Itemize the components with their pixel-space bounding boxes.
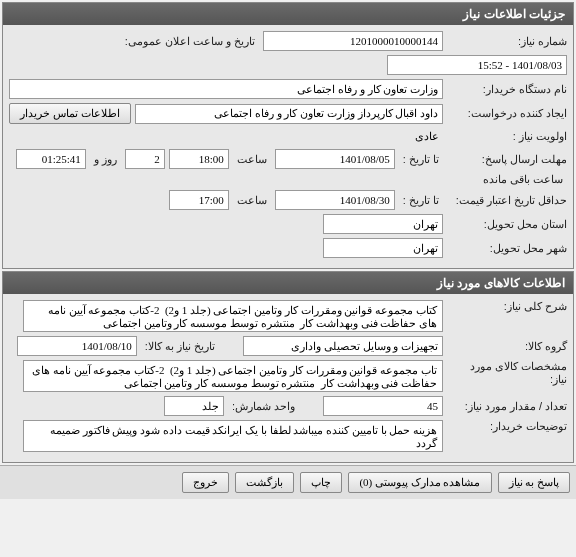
- row-reply-deadline: مهلت ارسال پاسخ: تا تاریخ : ساعت روز و س…: [9, 149, 567, 186]
- footer-buttons: پاسخ به نیاز مشاهده مدارک پیوستی (0) چاپ…: [0, 465, 576, 499]
- spec-textarea[interactable]: [23, 360, 443, 392]
- price-time-input[interactable]: [169, 190, 229, 210]
- buyer-notes-textarea[interactable]: [23, 420, 443, 452]
- row-desc: شرح کلی نیاز:: [9, 300, 567, 332]
- price-validity-label: حداقل تاریخ اعتبار قیمت:: [447, 194, 567, 207]
- reply-button[interactable]: پاسخ به نیاز: [498, 472, 571, 493]
- print-button[interactable]: چاپ: [300, 472, 342, 493]
- contact-buyer-button[interactable]: اطلاعات تماس خریدار: [9, 103, 131, 124]
- hours-label: ساعت باقی مانده: [479, 173, 567, 186]
- price-date-input[interactable]: [275, 190, 395, 210]
- need-info-panel: جزئیات اطلاعات نیاز شماره نیاز: تاریخ و …: [2, 2, 574, 269]
- need-date-input[interactable]: [17, 336, 137, 356]
- exit-button[interactable]: خروج: [182, 472, 229, 493]
- requester-input[interactable]: [135, 104, 444, 124]
- city-input[interactable]: [323, 238, 443, 258]
- unit-input[interactable]: [164, 396, 224, 416]
- row-buyer-org: نام دستگاه خریدار:: [9, 79, 567, 99]
- goods-info-header: اطلاعات کالاهای مورد نیاز: [3, 272, 573, 294]
- to-date-label: تا تاریخ :: [399, 153, 443, 166]
- group-label: گروه کالا:: [447, 340, 567, 353]
- qty-label: تعداد / مقدار مورد نیاز:: [447, 400, 567, 413]
- back-button[interactable]: بازگشت: [235, 472, 294, 493]
- priority-label: اولویت نیاز :: [447, 130, 567, 143]
- row-need-number: شماره نیاز: تاریخ و ساعت اعلان عمومی:: [9, 31, 567, 75]
- row-group: گروه کالا: تاریخ نیاز به کالا:: [9, 336, 567, 356]
- reply-date-input[interactable]: [275, 149, 395, 169]
- buyer-org-label: نام دستگاه خریدار:: [447, 83, 567, 96]
- unit-label: واحد شمارش:: [228, 400, 299, 413]
- spec-label: مشخصات کالای مورد نیاز:: [447, 360, 567, 386]
- need-number-label: شماره نیاز:: [447, 35, 567, 48]
- price-to-date-label: تا تاریخ :: [399, 194, 443, 207]
- row-price-validity: حداقل تاریخ اعتبار قیمت: تا تاریخ : ساعت: [9, 190, 567, 210]
- need-info-header: جزئیات اطلاعات نیاز: [3, 3, 573, 25]
- days-label: روز و: [90, 153, 121, 166]
- city-label: شهر محل تحویل:: [447, 242, 567, 255]
- reply-time-label: ساعت: [233, 153, 271, 166]
- group-input[interactable]: [243, 336, 443, 356]
- province-label: استان محل تحویل:: [447, 218, 567, 231]
- days-remain-input[interactable]: [125, 149, 165, 169]
- priority-value: عادی: [411, 128, 443, 145]
- buyer-org-input[interactable]: [9, 79, 443, 99]
- announce-input[interactable]: [387, 55, 567, 75]
- row-priority: اولویت نیاز : عادی: [9, 128, 567, 145]
- reply-time-input[interactable]: [169, 149, 229, 169]
- row-buyer-notes: توضیحات خریدار:: [9, 420, 567, 452]
- row-province: استان محل تحویل:: [9, 214, 567, 234]
- qty-input[interactable]: [323, 396, 443, 416]
- province-input[interactable]: [323, 214, 443, 234]
- goods-info-panel: اطلاعات کالاهای مورد نیاز شرح کلی نیاز: …: [2, 271, 574, 463]
- row-qty: تعداد / مقدار مورد نیاز: واحد شمارش:: [9, 396, 567, 416]
- desc-label: شرح کلی نیاز:: [447, 300, 567, 313]
- row-spec: مشخصات کالای مورد نیاز:: [9, 360, 567, 392]
- desc-textarea[interactable]: [23, 300, 443, 332]
- need-date-label: تاریخ نیاز به کالا:: [141, 340, 219, 353]
- hours-remain-input[interactable]: [16, 149, 86, 169]
- price-time-label: ساعت: [233, 194, 271, 207]
- need-number-input[interactable]: [263, 31, 443, 51]
- row-requester: ایجاد کننده درخواست: اطلاعات تماس خریدار: [9, 103, 567, 124]
- view-attachments-button[interactable]: مشاهده مدارک پیوستی (0): [348, 472, 491, 493]
- goods-info-body: شرح کلی نیاز: گروه کالا: تاریخ نیاز به ک…: [3, 294, 573, 462]
- announce-label: تاریخ و ساعت اعلان عمومی:: [121, 35, 259, 48]
- need-info-body: شماره نیاز: تاریخ و ساعت اعلان عمومی: نا…: [3, 25, 573, 268]
- row-city: شهر محل تحویل:: [9, 238, 567, 258]
- reply-deadline-label: مهلت ارسال پاسخ:: [447, 153, 567, 166]
- buyer-notes-label: توضیحات خریدار:: [447, 420, 567, 433]
- requester-label: ایجاد کننده درخواست:: [447, 107, 567, 120]
